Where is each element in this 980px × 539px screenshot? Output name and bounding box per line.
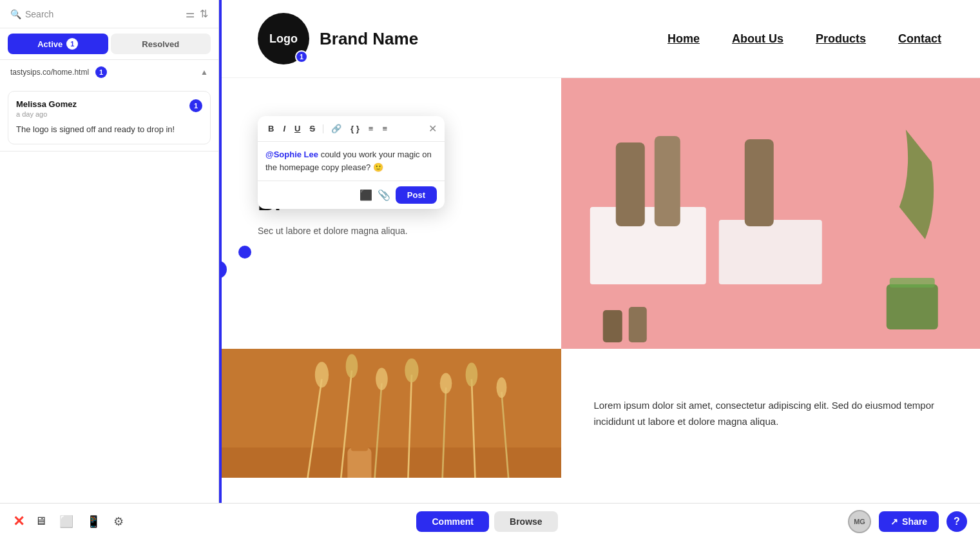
file-count: 1 xyxy=(95,66,107,78)
comment-popup: B I U S 🔗 { } ≡ ≡ ✕ @Sophie Lee could yo… xyxy=(258,116,445,209)
svg-rect-1 xyxy=(590,207,706,284)
site-logo: Logo 1 xyxy=(258,13,309,64)
svg-rect-6 xyxy=(887,284,938,329)
search-area[interactable]: 🔍 Search xyxy=(10,9,53,19)
file-header[interactable]: tastysips.co/home.html 1 ▲ xyxy=(0,60,218,84)
svg-rect-7 xyxy=(890,278,935,288)
code-button[interactable]: { } xyxy=(348,122,362,135)
logo-badge: 1 xyxy=(295,50,308,63)
sidebar: 🔍 Search ⚌ ⇅ Active 1 Resolved tastysips… xyxy=(0,0,219,539)
svg-rect-11 xyxy=(219,447,561,478)
svg-point-21 xyxy=(376,368,388,391)
comment-button[interactable]: Comment xyxy=(416,511,489,532)
mention: @Sophie Lee xyxy=(265,150,318,159)
sort-icon[interactable]: ⇅ xyxy=(200,8,208,20)
file-section: tastysips.co/home.html 1 ▲ Melissa Gomez… xyxy=(0,60,218,152)
comment-badge: 1 xyxy=(189,99,202,112)
svg-rect-2 xyxy=(719,220,822,284)
close-popup-button[interactable]: ✕ xyxy=(428,122,437,135)
settings-icon[interactable]: ⚙ xyxy=(111,512,126,531)
link-button[interactable]: 🔗 xyxy=(329,122,344,135)
svg-point-19 xyxy=(315,362,329,387)
preview-area: ‹ Logo 1 Brand Name Home About Us Produc… xyxy=(219,0,980,539)
comment-time: a day ago xyxy=(16,110,202,118)
popup-toolbar: B I U S 🔗 { } ≡ ≡ ✕ xyxy=(258,116,445,142)
comment-text: The logo is signed off and ready to drop… xyxy=(16,123,202,136)
svg-point-24 xyxy=(466,363,478,387)
svg-point-22 xyxy=(405,358,418,382)
nav-brand: Logo 1 Brand Name xyxy=(258,13,418,64)
tab-row: Active 1 Resolved xyxy=(0,28,218,60)
desktop-icon[interactable]: 🖥 xyxy=(32,512,49,531)
comment-card[interactable]: Melissa Gomez a day ago The logo is sign… xyxy=(8,91,211,144)
svg-rect-26 xyxy=(347,447,371,478)
share-icon: ↗ xyxy=(890,516,898,527)
tab-active[interactable]: Active 1 xyxy=(8,34,108,54)
svg-rect-9 xyxy=(629,307,647,342)
search-label: Search xyxy=(25,9,53,19)
user-avatar[interactable]: MG xyxy=(848,510,871,533)
chevron-up-icon: ▲ xyxy=(200,68,208,77)
toolbar-left: ✕ 🖥 ⬜ 📱 ⚙ xyxy=(13,512,126,531)
mobile-icon[interactable]: 📱 xyxy=(84,512,103,531)
comment-author: Melissa Gomez xyxy=(16,99,202,109)
ol-button[interactable]: ≡ xyxy=(366,122,376,135)
post-button[interactable]: Post xyxy=(396,186,437,204)
popup-body[interactable]: @Sophie Lee could you work your magic on… xyxy=(258,142,445,181)
sidebar-header: 🔍 Search ⚌ ⇅ xyxy=(0,0,218,28)
svg-rect-27 xyxy=(351,441,369,451)
annotation-dot[interactable] xyxy=(238,246,251,259)
bold-button[interactable]: B xyxy=(265,122,276,135)
hero-image xyxy=(561,78,980,349)
toolbar-right: MG ↗ Share ? xyxy=(848,510,967,533)
bottom-left-panel xyxy=(219,349,561,478)
strikethrough-button[interactable]: S xyxy=(307,122,318,135)
svg-rect-4 xyxy=(655,136,680,226)
popup-footer: ⬛ 📎 Post xyxy=(258,181,445,209)
svg-point-20 xyxy=(346,354,358,378)
ul-button[interactable]: ≡ xyxy=(380,122,390,135)
app-logo: ✕ xyxy=(13,513,24,530)
brand-name: Brand Name xyxy=(320,29,418,49)
bottom-toolbar: ✕ 🖥 ⬜ 📱 ⚙ Comment Browse MG ↗ Share ? xyxy=(0,503,980,539)
search-icon: 🔍 xyxy=(10,9,21,19)
svg-point-25 xyxy=(496,377,506,398)
active-badge: 1 xyxy=(66,38,78,50)
tablet-icon[interactable]: ⬜ xyxy=(57,512,76,531)
nav-links: Home About Us Products Contact xyxy=(668,32,941,46)
lorem-text: Lorem ipsum dolor sit amet, consectetur … xyxy=(593,397,948,430)
toolbar-center: Comment Browse xyxy=(416,511,557,532)
tab-resolved[interactable]: Resolved xyxy=(111,34,211,54)
bottom-right-panel: Lorem ipsum dolor sit amet, consectetur … xyxy=(561,349,980,478)
svg-rect-5 xyxy=(745,139,774,226)
bottom-section: Lorem ipsum dolor sit amet, consectetur … xyxy=(219,349,980,478)
wheat-image xyxy=(219,349,561,478)
hero-subtext: Sec ut labore et dolore magna aliqua. xyxy=(258,224,523,238)
italic-button[interactable]: I xyxy=(280,122,288,135)
browse-button[interactable]: Browse xyxy=(494,511,558,532)
nav-products[interactable]: Products xyxy=(816,32,866,46)
share-button[interactable]: ↗ Share xyxy=(879,511,939,532)
nav-about[interactable]: About Us xyxy=(732,32,783,46)
site-nav: Logo 1 Brand Name Home About Us Products… xyxy=(219,0,980,78)
svg-point-23 xyxy=(440,373,452,394)
nav-contact[interactable]: Contact xyxy=(898,32,941,46)
nav-home[interactable]: Home xyxy=(668,32,700,46)
help-button[interactable]: ? xyxy=(946,511,967,532)
video-icon[interactable]: ⬛ xyxy=(360,189,372,201)
toolbar-divider xyxy=(323,124,323,133)
svg-rect-3 xyxy=(616,142,645,226)
underline-button[interactable]: U xyxy=(292,122,303,135)
website-preview: ‹ Logo 1 Brand Name Home About Us Produc… xyxy=(219,0,980,539)
filter-icon[interactable]: ⚌ xyxy=(186,8,195,20)
attach-icon[interactable]: 📎 xyxy=(378,189,390,201)
svg-rect-8 xyxy=(603,310,622,342)
hero-right xyxy=(561,78,980,349)
file-name: tastysips.co/home.html xyxy=(10,68,89,77)
header-icons: ⚌ ⇅ xyxy=(186,8,208,20)
